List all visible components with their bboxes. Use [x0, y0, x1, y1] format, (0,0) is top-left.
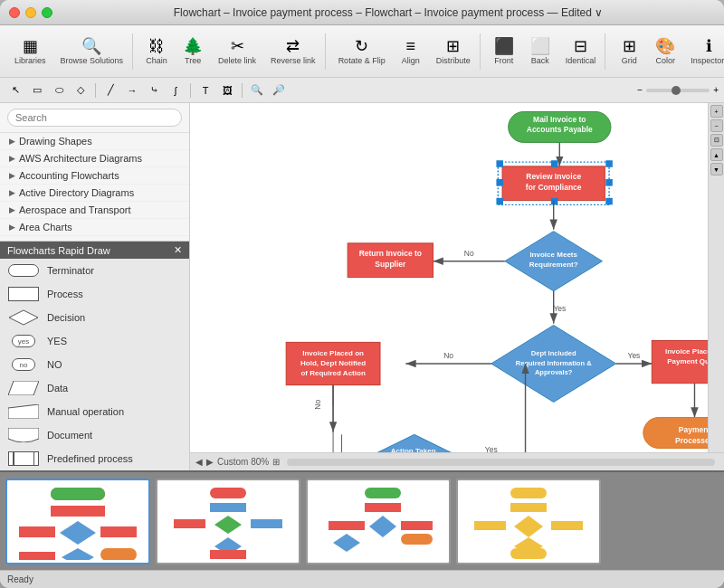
- libraries-button[interactable]: ▦ Libraries: [9, 34, 52, 69]
- thumbnail-1[interactable]: [5, 479, 150, 564]
- align-button[interactable]: ≡ Align: [395, 34, 427, 69]
- delete-link-label: Delete link: [218, 56, 256, 65]
- next-page[interactable]: ▶: [206, 457, 214, 467]
- rect-tool[interactable]: ▭: [27, 81, 47, 100]
- rapid-item-process[interactable]: Process: [0, 282, 189, 306]
- sidebar-item-drawing-shapes[interactable]: ▶ Drawing Shapes: [0, 133, 189, 150]
- svg-rect-13: [496, 160, 503, 167]
- color-button[interactable]: 🎨 Color: [649, 34, 681, 69]
- rapid-item-manual[interactable]: Manual operation: [0, 400, 189, 423]
- curve-tool[interactable]: ∫: [166, 81, 186, 100]
- rp-down[interactable]: ▼: [710, 163, 723, 175]
- grid-button[interactable]: ⊞ Grid: [613, 34, 645, 69]
- sidebar-item-accounting[interactable]: ▶ Accounting Flowcharts: [0, 167, 189, 185]
- chevron-right-icon: ▶: [9, 223, 15, 232]
- sub-separator-3: [242, 83, 243, 98]
- svg-text:Requirement?: Requirement?: [529, 261, 578, 269]
- rapid-item-predefined[interactable]: Predefined process: [0, 447, 189, 470]
- svg-marker-0: [9, 310, 38, 325]
- rapid-draw-close[interactable]: ✕: [174, 244, 182, 256]
- arrow-tool[interactable]: →: [122, 81, 142, 100]
- reverse-link-button[interactable]: ⇄ Reverse link: [265, 34, 321, 69]
- sidebar-item-aerospace[interactable]: ▶ Aerospace and Transport: [0, 202, 189, 219]
- tree-icon: 🌲: [183, 38, 203, 54]
- close-button[interactable]: [9, 7, 20, 18]
- svg-marker-69: [60, 521, 96, 545]
- align-icon: ≡: [405, 38, 415, 54]
- delete-link-button[interactable]: ✂ Delete link: [213, 34, 262, 69]
- rapid-label-yes: YES: [47, 336, 67, 346]
- tree-button[interactable]: 🌲 Tree: [176, 34, 209, 69]
- rapid-draw-title: Flowcharts Rapid Draw: [7, 245, 110, 256]
- rapid-item-no[interactable]: no NO: [0, 353, 189, 376]
- thumbnail-3[interactable]: [306, 479, 451, 564]
- diamond-tool[interactable]: ◇: [71, 81, 90, 100]
- rapid-item-data[interactable]: Data: [0, 376, 189, 400]
- svg-marker-1: [8, 381, 39, 395]
- align-label: Align: [402, 56, 420, 65]
- line-tool[interactable]: ╱: [100, 81, 120, 100]
- svg-text:Required Information &: Required Information &: [516, 359, 592, 367]
- svg-text:Yes: Yes: [628, 351, 641, 360]
- back-button[interactable]: ⬜ Back: [524, 34, 557, 69]
- zoom-plus[interactable]: +: [713, 85, 719, 95]
- grid-icon: ⊞: [623, 38, 636, 54]
- search-container: [0, 103, 189, 133]
- page-scrollbar[interactable]: [287, 459, 715, 466]
- zoom-out-tool[interactable]: 🔎: [269, 81, 289, 100]
- distribute-button[interactable]: ⊞ Distribute: [431, 34, 476, 69]
- zoom-slider[interactable]: − +: [637, 85, 719, 95]
- zoom-in-tool[interactable]: 🔍: [247, 81, 267, 100]
- sidebar-item-area-charts[interactable]: ▶ Area Charts: [0, 219, 189, 236]
- rp-compress[interactable]: −: [710, 119, 723, 132]
- rapid-item-document[interactable]: Document: [0, 423, 189, 447]
- zoom-minus[interactable]: −: [637, 85, 643, 95]
- search-input[interactable]: [7, 109, 182, 127]
- zoom-track[interactable]: [646, 89, 710, 92]
- prev-page[interactable]: ◀: [195, 457, 203, 467]
- minimize-button[interactable]: [25, 7, 36, 18]
- identical-button[interactable]: ⊟ Identical: [560, 34, 602, 69]
- color-label: Color: [655, 56, 675, 65]
- rotate-icon: ↻: [355, 38, 368, 54]
- chain-button[interactable]: ⛓ Chain: [140, 34, 173, 69]
- rp-expand[interactable]: +: [710, 105, 723, 118]
- sidebar-item-aws[interactable]: ▶ AWS Architecture Diagrams: [0, 150, 189, 167]
- svg-text:Payment: Payment: [679, 425, 711, 434]
- rapid-item-yes[interactable]: yes YES: [0, 329, 189, 353]
- rapid-item-decision[interactable]: Decision: [0, 306, 189, 329]
- grid-label: Grid: [622, 56, 637, 65]
- chevron-right-icon: ▶: [9, 205, 15, 214]
- cursor-tool[interactable]: ↖: [5, 81, 25, 100]
- zoom-thumb[interactable]: [672, 86, 681, 95]
- rapid-label-process: Process: [47, 289, 83, 299]
- svg-text:Yes: Yes: [553, 304, 566, 313]
- connector-tool[interactable]: ⤷: [144, 81, 164, 100]
- rapid-draw-panel: Flowcharts Rapid Draw ✕ Terminator Proce…: [0, 241, 189, 470]
- svg-rect-86: [329, 521, 365, 530]
- page-controls[interactable]: ⊞: [272, 457, 280, 467]
- thumbnail-4[interactable]: [456, 479, 601, 564]
- window-title: Flowchart – Invoice payment process – Fl…: [62, 6, 715, 19]
- inspectors-button[interactable]: ℹ Inspectors: [685, 34, 724, 69]
- rp-fit[interactable]: ⊡: [710, 134, 723, 147]
- maximize-button[interactable]: [42, 7, 52, 18]
- thumbnail-2[interactable]: [156, 479, 300, 564]
- image-tool[interactable]: 🖼: [217, 81, 237, 100]
- browse-solutions-button[interactable]: 🔍 Browse Solutions: [55, 34, 129, 69]
- front-button[interactable]: ⬛ Front: [488, 34, 520, 69]
- sidebar-item-active-directory[interactable]: ▶ Active Directory Diagrams: [0, 185, 189, 202]
- rp-up[interactable]: ▲: [710, 148, 723, 161]
- ellipse-tool[interactable]: ⬭: [49, 81, 69, 100]
- canvas-area[interactable]: Mail Invoice to Accounts Payable Review …: [190, 103, 724, 470]
- svg-rect-90: [510, 488, 547, 498]
- titlebar: Flowchart – Invoice payment process – Fl…: [0, 0, 724, 25]
- svg-marker-78: [214, 516, 242, 534]
- svg-rect-14: [605, 160, 613, 167]
- text-tool[interactable]: T: [195, 81, 215, 100]
- chain-label: Chain: [146, 56, 167, 65]
- rapid-item-terminator[interactable]: Terminator: [0, 259, 189, 282]
- browse-label: Browse Solutions: [61, 56, 124, 65]
- rotate-flip-button[interactable]: ↻ Rotate & Flip: [333, 34, 391, 69]
- process-shape-preview: [7, 285, 40, 303]
